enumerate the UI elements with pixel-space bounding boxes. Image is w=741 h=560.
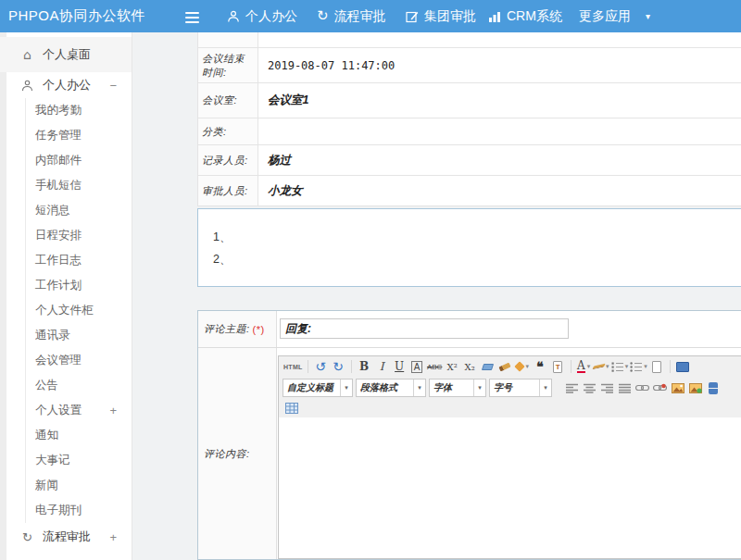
comment-content-row: 评论内容: HTML ↺ ↻ B I U A [198,348,741,559]
sidebar-subitem-tasks[interactable]: 任务管理 [26,123,132,148]
sidebar-subitem-attendance[interactable]: 我的考勤 [26,98,132,123]
field-label: 会议结束时间: [198,48,258,82]
unlink-icon [653,383,667,392]
nav-workflow-approval[interactable]: ↻ 流程审批 [317,0,386,32]
highlight-color-button[interactable]: ▾ [594,358,609,375]
paste-as-text-button[interactable]: T [550,358,566,375]
sidebar-item-personal-office[interactable]: 个人办公 − [0,72,132,98]
sidebar-subitem-schedule[interactable]: 日程安排 [26,223,132,248]
field-label: 分类: [198,118,258,144]
sidebar-subitem-news[interactable]: 新闻 [26,473,132,498]
align-justify-button[interactable] [617,380,633,396]
sidebar-scrollbar[interactable] [0,32,6,560]
redo-button[interactable]: ↻ [331,358,346,375]
nav-crm-system[interactable]: CRM系统 [488,0,562,32]
media-icon [709,382,718,394]
html-source-button[interactable]: HTML [283,358,303,375]
collapse-icon[interactable]: − [109,79,117,93]
font-family-dropdown[interactable]: 字体 ▾ [429,379,486,397]
align-right-button[interactable] [599,380,615,396]
fullscreen-button[interactable] [675,358,691,375]
sidebar-item-workflow-approval[interactable]: ↻ 流程审批 + [0,523,132,551]
topbar: PHPOA协同办公软件 个人办公 ↻ 流程审批 集团审批 CRM系统 [0,0,741,32]
brush-icon [499,362,511,371]
eraser-icon [482,364,494,370]
undo-button[interactable]: ↺ [313,358,329,375]
sidebar-item-label: 流程审批 [43,529,91,545]
format-painter-button[interactable] [497,358,513,375]
expand-icon[interactable]: + [109,530,117,544]
meeting-minutes-box[interactable]: 1、 2、 [197,208,741,287]
ordered-list-button[interactable]: ▾ [611,358,629,375]
comment-form: 评论主题: (*) 评论内容: HTML ↺ ↻ [197,310,741,560]
superscript-button[interactable]: X² [445,358,460,375]
unlink-button[interactable] [652,380,668,396]
field-value [258,118,741,144]
insert-media-button[interactable] [705,380,721,396]
eraser-button[interactable] [480,358,496,375]
heading-dropdown[interactable]: 自定义标题 ▾ [283,379,353,397]
sidebar-subitem-internal-mail[interactable]: 内部邮件 [26,148,132,173]
paste-text-icon: T [553,361,562,373]
field-label: 记录人员: [198,145,258,175]
bar-chart-icon [488,11,501,22]
chevron-down-icon: ▾ [473,380,485,396]
comment-subject-input[interactable] [280,318,569,339]
quick-format-button[interactable]: ▾ [515,358,531,375]
unordered-list-button[interactable]: ▾ [630,358,647,375]
sidebar-subitem-personal-settings[interactable]: 个人设置 + [26,398,132,423]
field-value: 2019-08-07 11:47:00 [258,48,741,82]
table-icon [285,403,298,414]
sidebar-subitem-sms[interactable]: 手机短信 [26,173,132,198]
nav-more-apps[interactable]: 更多应用 ▾ [579,0,650,32]
expand-icon[interactable]: + [109,398,117,423]
font-size-dropdown[interactable]: 字号 ▾ [489,379,552,397]
nav-group-approval[interactable]: 集团审批 [406,0,476,32]
table-row-meeting-end-time: 会议结束时间: 2019-08-07 11:47:00 [198,48,741,83]
insert-table-button[interactable] [283,400,299,417]
insert-flash-button[interactable] [687,380,703,396]
new-page-button[interactable] [649,358,665,375]
strikethrough-button[interactable]: ABC [427,358,443,375]
paragraph-format-dropdown[interactable]: 段落格式 ▾ [356,379,426,397]
insert-image-button[interactable] [670,380,685,396]
nav-personal-office[interactable]: 个人办公 [227,0,297,32]
wand-icon [515,361,525,371]
link-icon [635,384,649,392]
fullscreen-icon [676,362,689,372]
sidebar-subitem-contacts[interactable]: 通讯录 [26,323,132,348]
sidebar-subitem-work-log[interactable]: 工作日志 [26,248,132,273]
app-logo[interactable]: PHPOA协同办公软件 [8,7,145,25]
italic-button[interactable]: I [374,358,390,375]
editor-content-area[interactable] [279,417,741,558]
flow-cycle-icon: ↻ [317,9,329,23]
align-left-button[interactable] [564,380,580,396]
sidebar-subitem-announcement[interactable]: 公告 [26,373,132,398]
minutes-line: 2、 [213,248,741,270]
underline-button[interactable]: U [392,358,408,375]
sidebar-subitem-e-journal[interactable]: 电子期刊 [26,498,132,523]
comment-subject-row: 评论主题: (*) [198,311,741,348]
sidebar-subitem-work-plan[interactable]: 工作计划 [26,273,132,298]
sidebar-subitem-events[interactable]: 大事记 [26,448,132,473]
subscript-button[interactable]: X₂ [462,358,478,375]
blockquote-button[interactable]: ❝ [533,358,548,375]
field-value: 小龙女 [258,176,741,205]
hamburger-menu-icon[interactable] [185,9,199,26]
link-button[interactable] [634,380,650,396]
sidebar-subitem-meeting-management[interactable]: 会议管理 [26,348,132,373]
align-center-button[interactable] [582,380,597,396]
bold-button[interactable]: B [357,358,372,375]
highlighter-icon [592,364,605,370]
font-style-button[interactable]: A [409,358,425,375]
sidebar-subitem-short-message[interactable]: 短消息 [26,198,132,223]
chevron-down-icon: ▾ [340,380,352,396]
field-value: 会议室1 [258,83,741,118]
sidebar-item-personal-desktop[interactable]: ⌂ 个人桌面 [0,37,132,72]
font-color-button[interactable]: A▾ [576,358,592,375]
field-label: 评论主题: (*) [198,311,277,347]
sidebar-subitem-notice[interactable]: 通知 [26,423,132,448]
meeting-detail-table: 会议结束时间: 2019-08-07 11:47:00 会议室: 会议室1 分类… [197,32,741,206]
ordered-list-icon [611,362,623,372]
sidebar-subitem-file-cabinet[interactable]: 个人文件柜 [26,298,132,323]
